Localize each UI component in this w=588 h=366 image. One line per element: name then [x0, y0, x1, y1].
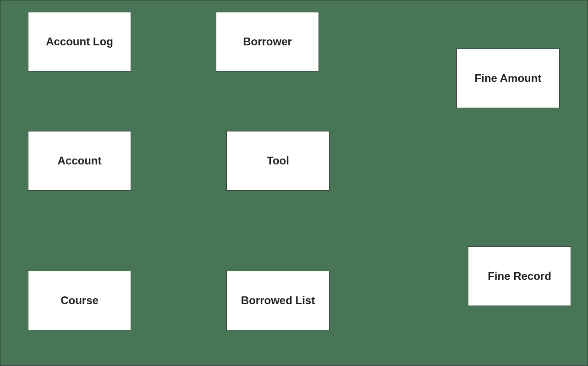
node-borrower[interactable]: Borrower — [216, 12, 319, 71]
node-tool[interactable]: Tool — [226, 131, 330, 191]
node-label: Fine Amount — [475, 72, 542, 85]
node-label: Account Log — [46, 35, 113, 48]
node-course[interactable]: Course — [28, 271, 131, 330]
node-fine-amount[interactable]: Fine Amount — [456, 49, 560, 108]
node-label: Tool — [267, 154, 289, 167]
node-account[interactable]: Account — [28, 131, 131, 191]
node-label: Borrowed List — [241, 294, 315, 307]
node-borrowed-list[interactable]: Borrowed List — [226, 271, 330, 330]
node-label: Fine Record — [488, 270, 551, 283]
node-label: Borrower — [243, 35, 292, 48]
node-fine-record[interactable]: Fine Record — [468, 246, 571, 306]
node-label: Account — [58, 154, 102, 167]
node-label: Course — [60, 294, 99, 307]
node-account-log[interactable]: Account Log — [28, 12, 131, 71]
